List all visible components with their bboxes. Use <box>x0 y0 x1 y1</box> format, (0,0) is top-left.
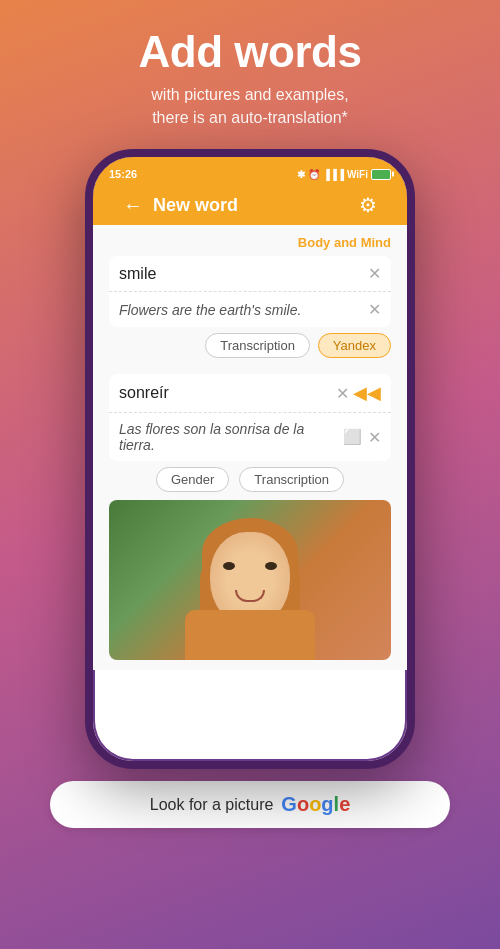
clear-example-icon[interactable]: ✕ <box>368 300 381 319</box>
clear-translation-icon[interactable]: ✕ <box>336 384 349 403</box>
copy-icon[interactable]: ⬜ <box>343 428 362 446</box>
clear-word-icon[interactable]: ✕ <box>368 264 381 283</box>
translation-example-text: Las flores son la sonrisa de la tierra. <box>119 421 339 453</box>
word-row: smile ✕ <box>109 256 391 292</box>
phone-frame: 15:26 ✱ ⏰ ▐▐▐ WiFi ← New word ⚙ Body and… <box>85 149 415 769</box>
status-time: 15:26 <box>109 168 137 180</box>
content-area: Body and Mind smile ✕ Flowers are the ea… <box>93 225 407 670</box>
example-row: Flowers are the earth's smile. ✕ <box>109 292 391 327</box>
word-field-group: smile ✕ Flowers are the earth's smile. ✕ <box>109 256 391 327</box>
signal-icon: ▐▐▐ <box>323 169 344 180</box>
yandex-button[interactable]: Yandex <box>318 333 391 358</box>
translation-field-group: sonreír ✕ ◀◀ Las flores son la sonrisa d… <box>109 374 391 461</box>
left-eye <box>223 562 235 570</box>
back-button[interactable]: ← <box>123 194 143 217</box>
alarm-icon: ⏰ <box>308 169 320 180</box>
promo-title: Add words <box>30 28 470 76</box>
o1-letter: o <box>297 793 309 815</box>
gender-button[interactable]: Gender <box>156 467 229 492</box>
eyes <box>223 562 277 570</box>
portrait-placeholder <box>109 500 391 660</box>
wifi-icon: WiFi <box>347 169 368 180</box>
phone-wrapper: 15:26 ✱ ⏰ ▐▐▐ WiFi ← New word ⚙ Body and… <box>85 149 415 769</box>
transcription-button[interactable]: Transcription <box>205 333 310 358</box>
separator <box>109 364 391 374</box>
shirt <box>185 610 315 660</box>
google-bar[interactable]: Look for a picture Google <box>50 781 450 828</box>
word-buttons-row: Transcription Yandex <box>109 333 391 358</box>
o2-letter: o <box>309 793 321 815</box>
google-logo: Google <box>281 793 350 816</box>
translation-row: sonreír ✕ ◀◀ <box>109 374 391 413</box>
speaker-icon[interactable]: ◀◀ <box>353 382 381 404</box>
translation-example-row: Las flores son la sonrisa de la tierra. … <box>109 413 391 461</box>
settings-icon[interactable]: ⚙ <box>359 193 377 217</box>
right-eye <box>265 562 277 570</box>
status-bar: 15:26 ✱ ⏰ ▐▐▐ WiFi <box>109 163 391 185</box>
nav-title: New word <box>153 195 349 216</box>
example-text: Flowers are the earth's smile. <box>119 302 362 318</box>
translation-buttons-row: Gender Transcription <box>109 467 391 492</box>
e-letter: e <box>339 793 350 815</box>
translation-word: sonreír <box>119 384 330 402</box>
image-container <box>109 500 391 660</box>
nav-bar: ← New word ⚙ <box>109 185 391 225</box>
bluetooth-icon: ✱ <box>297 169 305 180</box>
g-letter: G <box>281 793 297 815</box>
g2-letter: g <box>321 793 333 815</box>
google-bar-text: Look for a picture <box>150 796 274 814</box>
promo-section: Add words with pictures and examples,the… <box>0 0 500 139</box>
category-label: Body and Mind <box>109 235 391 250</box>
clear-translation-example-icon[interactable]: ✕ <box>368 428 381 447</box>
battery-icon <box>371 169 391 180</box>
status-icons: ✱ ⏰ ▐▐▐ WiFi <box>297 169 391 180</box>
promo-subtitle: with pictures and examples,there is an a… <box>30 84 470 129</box>
word-text: smile <box>119 265 362 283</box>
transcription-button-2[interactable]: Transcription <box>239 467 344 492</box>
phone-notch-area: 15:26 ✱ ⏰ ▐▐▐ WiFi ← New word ⚙ <box>93 157 407 225</box>
